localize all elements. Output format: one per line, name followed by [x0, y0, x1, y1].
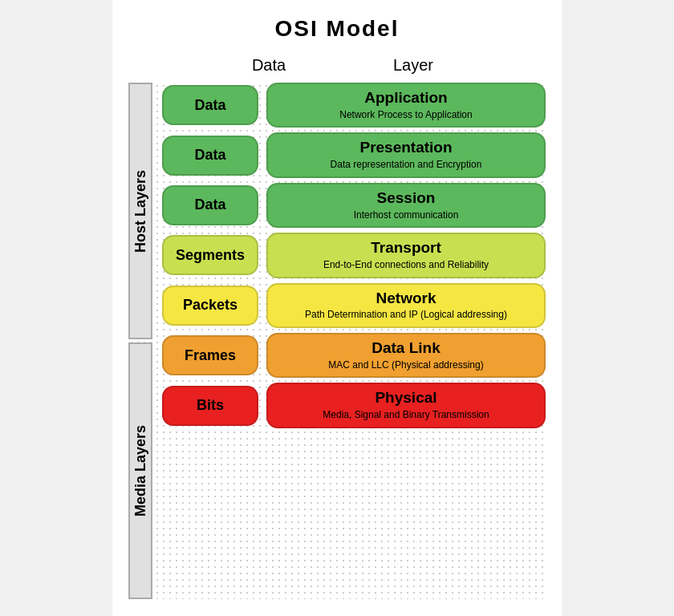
data-unit-pill: Data: [162, 136, 258, 176]
media-layers-label: Media Layers: [128, 342, 152, 599]
layer-desc: End-to-End connections and Reliability: [323, 259, 489, 272]
data-unit-pill: Bits: [162, 386, 258, 426]
column-headers: Data Layer: [128, 56, 546, 75]
main-content: Host Layers Media Layers DataApplication…: [128, 83, 546, 599]
layer-name: Session: [377, 189, 436, 208]
layers-rows: DataApplicationNetwork Process to Applic…: [162, 83, 546, 599]
layer-desc: Interhost communication: [354, 209, 459, 222]
table-row: DataSessionInterhost communication: [162, 183, 546, 228]
layer-pill: PhysicalMedia, Signal and Binary Transmi…: [266, 383, 546, 428]
table-row: SegmentsTransportEnd-to-End connections …: [162, 233, 546, 278]
side-labels: Host Layers Media Layers: [128, 83, 157, 599]
layer-name: Application: [364, 89, 447, 107]
table-row: DataApplicationNetwork Process to Applic…: [162, 83, 546, 128]
data-unit-pill: Segments: [162, 235, 258, 275]
layer-pill: Data LinkMAC and LLC (Physical addressin…: [266, 333, 546, 378]
data-unit-pill: Data: [162, 185, 258, 225]
table-row: BitsPhysicalMedia, Signal and Binary Tra…: [162, 383, 546, 428]
layer-desc: Data representation and Encryption: [331, 159, 482, 172]
data-unit-pill: Frames: [162, 335, 258, 375]
layer-desc: Network Process to Application: [339, 109, 472, 122]
layer-pill: TransportEnd-to-End connections and Reli…: [266, 233, 546, 278]
page-title: OSI Model: [128, 16, 546, 42]
data-column-header: Data: [221, 56, 317, 75]
table-row: DataPresentationData representation and …: [162, 132, 546, 177]
layer-name: Physical: [375, 389, 436, 407]
layer-pill: PresentationData representation and Encr…: [266, 132, 546, 177]
table-row: FramesData LinkMAC and LLC (Physical add…: [162, 333, 546, 378]
host-layers-label: Host Layers: [128, 83, 152, 339]
data-unit-pill: Packets: [162, 286, 258, 326]
layer-pill: SessionInterhost communication: [266, 183, 546, 228]
layer-pill: NetworkPath Determination and IP (Logica…: [266, 283, 546, 328]
table-row: PacketsNetworkPath Determination and IP …: [162, 283, 546, 328]
layer-name: Presentation: [359, 139, 452, 157]
layer-name: Data Link: [372, 339, 441, 358]
layer-name: Network: [376, 290, 436, 308]
osi-diagram: OSI Model Data Layer Host Layers Media L…: [112, 0, 562, 616]
layer-name: Transport: [371, 239, 441, 257]
layer-column-header: Layer: [325, 56, 501, 75]
layer-pill: ApplicationNetwork Process to Applicatio…: [266, 83, 546, 128]
layer-desc: MAC and LLC (Physical addressing): [328, 359, 483, 372]
layer-desc: Path Determination and IP (Logical addre…: [305, 309, 507, 322]
data-unit-pill: Data: [162, 85, 258, 125]
layer-desc: Media, Signal and Binary Transmission: [323, 409, 489, 422]
